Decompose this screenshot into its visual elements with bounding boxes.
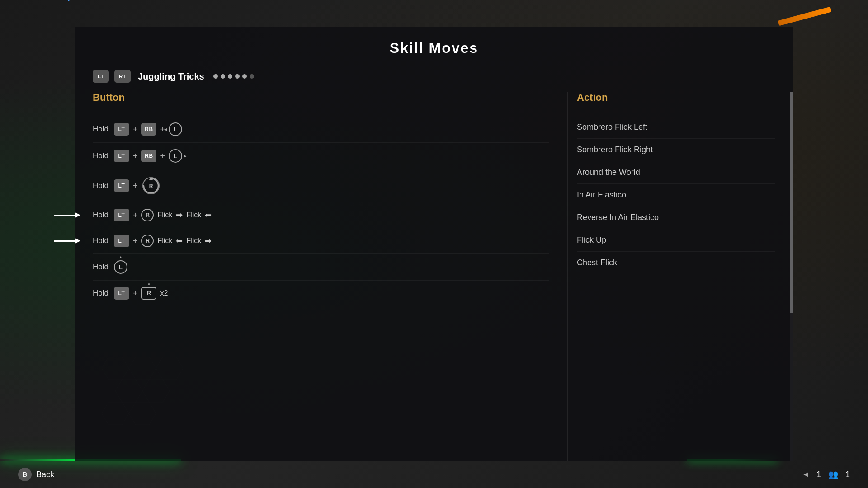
plus-7: + bbox=[133, 236, 138, 246]
combo-5: Hold LT + R Flick ⬅ Flick ➡ bbox=[93, 235, 212, 247]
arrow-indicator-5 bbox=[54, 240, 77, 242]
plus-3: + bbox=[133, 151, 138, 161]
combo-2: Hold LT + RB + L bbox=[93, 149, 182, 163]
b-button[interactable]: B bbox=[18, 468, 32, 481]
plus-1: + bbox=[133, 125, 138, 134]
flick-5b: Flick bbox=[186, 237, 201, 245]
flick-4b: Flick bbox=[186, 211, 201, 219]
lt-badge-2: LT bbox=[114, 150, 129, 162]
plus-8: + bbox=[133, 289, 138, 298]
dot-6 bbox=[250, 74, 254, 79]
page-title: Skill Moves bbox=[390, 40, 478, 56]
plus-5: + bbox=[133, 181, 138, 191]
hold-1: Hold bbox=[93, 125, 108, 134]
action-1: Sombrero Flick Left bbox=[577, 116, 775, 139]
plus-4: + bbox=[160, 151, 165, 161]
move-row-3: Hold LT + R bbox=[93, 169, 549, 202]
flick-5a: Flick bbox=[157, 237, 172, 245]
action-4: In Air Elastico bbox=[577, 184, 775, 206]
flick-4a: Flick bbox=[157, 211, 172, 219]
arrow-head-5 bbox=[75, 238, 80, 244]
category-selector: LT RT Juggling Tricks bbox=[75, 66, 793, 92]
rb-badge-1: RB bbox=[141, 123, 156, 136]
combo-7: Hold LT + R x2 bbox=[93, 287, 168, 300]
move-row-6: Hold L bbox=[93, 254, 549, 281]
arrow-indicator-4 bbox=[54, 215, 77, 216]
combo-4: Hold LT + R Flick ➡ Flick ⬅ bbox=[93, 209, 212, 221]
lt-button[interactable]: LT bbox=[93, 70, 109, 83]
hold-6: Hold bbox=[93, 263, 108, 272]
category-label: Juggling Tricks bbox=[138, 71, 204, 82]
move-row-2: Hold LT + RB + L bbox=[93, 143, 549, 169]
combo-1: Hold LT + RB + L bbox=[93, 122, 182, 136]
button-column-header: Button bbox=[93, 92, 549, 105]
action-column-header: Action bbox=[577, 92, 775, 105]
scrollbar-track[interactable] bbox=[790, 92, 793, 461]
hold-5: Hold bbox=[93, 236, 108, 245]
content-area: Button Hold LT + RB + L Hold LT + RB bbox=[75, 92, 793, 461]
rt-button[interactable]: RT bbox=[114, 70, 131, 83]
arrow-head-4 bbox=[75, 212, 80, 218]
arrow-left-5: ⬅ bbox=[176, 236, 183, 246]
player-count: 1 bbox=[845, 470, 850, 479]
arrow-line-4 bbox=[54, 215, 77, 216]
r-down-badge: R bbox=[141, 287, 156, 300]
lt-badge-5: LT bbox=[114, 235, 129, 247]
action-3: Around the World bbox=[577, 161, 775, 184]
hold-2: Hold bbox=[93, 151, 108, 160]
hold-4: Hold bbox=[93, 211, 108, 220]
panel-header: Skill Moves bbox=[75, 27, 793, 66]
arrow-line-5 bbox=[54, 240, 77, 242]
move-row-4: Hold LT + R Flick ➡ Flick ⬅ bbox=[93, 202, 549, 228]
svg-text:R: R bbox=[149, 183, 153, 189]
lt-badge-1: LT bbox=[114, 123, 129, 136]
combo-3: Hold LT + R bbox=[93, 176, 161, 196]
move-row-5: Hold LT + R Flick ⬅ Flick ➡ bbox=[93, 228, 549, 254]
arrow-right-5: ➡ bbox=[205, 236, 212, 246]
arrow-left-4: ⬅ bbox=[205, 210, 212, 220]
dot-4 bbox=[235, 74, 240, 79]
l-stick-left: L bbox=[169, 122, 182, 136]
action-column: Action Sombrero Flick Left Sombrero Flic… bbox=[567, 92, 775, 461]
action-7: Chest Flick bbox=[577, 252, 775, 274]
bottom-right-area: ◄ 1 👥 1 bbox=[802, 469, 850, 479]
x2-label: x2 bbox=[160, 289, 168, 297]
dot-5 bbox=[242, 74, 247, 79]
player-icon: 👥 bbox=[828, 469, 838, 479]
lt-badge-7: LT bbox=[114, 287, 129, 300]
r-badge-4: R bbox=[141, 209, 154, 221]
action-5: Reverse In Air Elastico bbox=[577, 206, 775, 229]
dot-2 bbox=[221, 74, 225, 79]
l-stick-right: L bbox=[169, 149, 182, 163]
arrow-right-4: ➡ bbox=[176, 210, 183, 220]
move-row-1: Hold LT + RB + L bbox=[93, 116, 549, 143]
hold-3: Hold bbox=[93, 181, 108, 190]
dot-1 bbox=[213, 74, 218, 79]
scrollbar-thumb[interactable] bbox=[790, 92, 793, 313]
lt-badge-4: LT bbox=[114, 209, 129, 221]
rb-badge-2: RB bbox=[141, 150, 156, 162]
page-number: 1 bbox=[816, 470, 821, 479]
r-badge-5: R bbox=[141, 235, 154, 247]
hold-7: Hold bbox=[93, 289, 108, 298]
plus-6: + bbox=[133, 211, 138, 220]
lt-badge-3: LT bbox=[114, 179, 129, 192]
action-2: Sombrero Flick Right bbox=[577, 139, 775, 161]
l-stick-up: L bbox=[114, 260, 127, 274]
move-row-7: Hold LT + R x2 bbox=[93, 281, 549, 306]
r-rotate-badge: R bbox=[141, 176, 161, 196]
nav-arrow-left-icon: ◄ bbox=[802, 470, 809, 479]
dot-3 bbox=[228, 74, 232, 79]
bottom-bar: B Back ◄ 1 👥 1 bbox=[0, 461, 868, 488]
action-6: Flick Up bbox=[577, 229, 775, 252]
back-button-area[interactable]: B Back bbox=[18, 468, 54, 481]
r-rotate-icon: R bbox=[141, 176, 161, 196]
pagination-dots bbox=[213, 74, 254, 79]
back-label: Back bbox=[36, 470, 54, 479]
main-panel: Skill Moves LT RT Juggling Tricks Button… bbox=[75, 27, 793, 461]
combo-6: Hold L bbox=[93, 260, 127, 274]
button-column: Button Hold LT + RB + L Hold LT + RB bbox=[93, 92, 567, 461]
